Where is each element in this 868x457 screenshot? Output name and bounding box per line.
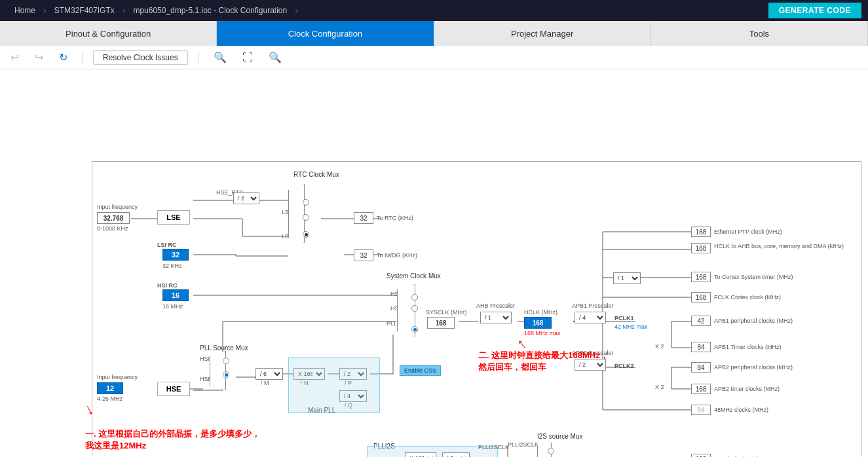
resolve-clock-issues-button[interactable]: Resolve Clock Issues [93, 50, 188, 65]
top-nav: Home › STM32F407IGTx › mpu6050_dmp-5.1.i… [0, 0, 868, 21]
nav-chip[interactable]: STM32F407IGTx [47, 0, 123, 21]
main-area: Input frequency 32.768 0-1000 KHz LSE LS… [0, 69, 868, 457]
tab-tools[interactable]: Tools [651, 21, 868, 46]
tab-clock[interactable]: Clock Configuration [217, 21, 434, 46]
toolbar-separator [82, 51, 83, 64]
toolbar: ↩ ↪ ↻ Resolve Clock Issues 🔍 ⛶ 🔍 [0, 46, 868, 69]
zoom-in-button[interactable]: 🔍 [210, 50, 231, 65]
zoom-out-button[interactable]: 🔍 [265, 50, 286, 65]
nav-sep-3: › [295, 5, 298, 16]
redo-button[interactable]: ↪ [31, 50, 47, 65]
undo-button[interactable]: ↩ [7, 50, 23, 65]
refresh-button[interactable]: ↻ [55, 50, 71, 65]
tab-bar: Pinout & Configuration Clock Configurati… [0, 21, 868, 46]
clock-canvas: Input frequency 32.768 0-1000 KHz LSE LS… [0, 69, 868, 457]
tab-project[interactable]: Project Manager [434, 21, 651, 46]
generate-code-button[interactable]: GENERATE CODE [768, 3, 861, 18]
diagram-border [92, 161, 861, 457]
toolbar-separator-2 [198, 51, 199, 64]
nav-home[interactable]: Home [7, 0, 43, 21]
nav-file[interactable]: mpu6050_dmp-5.1.ioc - Clock Configuratio… [125, 0, 295, 21]
fit-button[interactable]: ⛶ [238, 50, 257, 65]
tab-pinout[interactable]: Pinout & Configuration [0, 21, 217, 46]
